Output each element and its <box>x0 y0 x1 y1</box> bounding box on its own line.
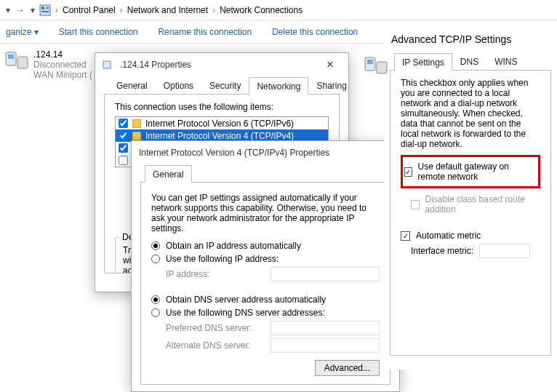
start-connection-button[interactable]: Start this connection <box>59 27 138 37</box>
svg-rect-11 <box>367 60 373 64</box>
tab-dns[interactable]: DNS <box>452 52 486 70</box>
props-tabs: General Options Security Networking Shar… <box>104 76 340 95</box>
uses-items-label: This connection uses the following items… <box>115 102 329 112</box>
highlight-box: Use default gateway on remote network <box>401 155 540 188</box>
advanced-tcpip-dialog: Advanced TCP/IP Settings IP Settings DNS… <box>384 28 557 369</box>
default-gateway-label: Use default gateway on remote network <box>418 161 537 182</box>
nic-icon <box>4 49 29 71</box>
nav-history-dropdown[interactable]: ▾ <box>29 5 36 15</box>
automatic-metric-checkbox[interactable] <box>401 231 410 241</box>
protocol-icon <box>132 132 141 140</box>
svg-rect-1 <box>41 7 44 9</box>
adapter-status: Disconnected <box>33 60 97 70</box>
advanced-button[interactable]: Advanced... <box>315 360 380 376</box>
disable-class-route-checkbox <box>411 200 420 209</box>
crumb-control-panel[interactable]: Control Panel <box>63 5 116 15</box>
svg-rect-2 <box>46 7 49 9</box>
radio-icon[interactable] <box>151 308 160 317</box>
tab-general[interactable]: General <box>108 76 156 94</box>
delete-connection-button[interactable]: Delete this connection <box>272 27 358 37</box>
svg-rect-8 <box>132 119 141 128</box>
dialog-title: Advanced TCP/IP Settings <box>384 28 557 52</box>
dialog-title: Internet Protocol Version 4 (TCP/IPv4) P… <box>139 148 392 158</box>
control-panel-icon <box>39 4 51 16</box>
tab-options[interactable]: Options <box>156 76 201 94</box>
default-gateway-checkbox[interactable] <box>404 167 412 177</box>
close-icon[interactable]: × <box>319 58 341 71</box>
pref-dns-field <box>271 321 380 335</box>
tab-security[interactable]: Security <box>201 76 249 94</box>
list-item[interactable]: Internet Protocol Version 6 (TCP/IPv6) <box>116 117 328 129</box>
crumb-network-connections[interactable]: Network Connections <box>220 5 302 15</box>
radio-icon[interactable] <box>151 241 160 250</box>
disable-class-route-label: Disable class based route addition <box>425 194 540 215</box>
nav-back-dropdown[interactable]: ▾ <box>4 5 12 15</box>
item-checkbox[interactable] <box>119 119 128 128</box>
item-checkbox[interactable] <box>119 156 128 165</box>
use-dns-row[interactable]: Use the following DNS server addresses: <box>151 308 380 318</box>
svg-rect-7 <box>103 61 111 68</box>
tab-wins[interactable]: WINS <box>486 52 525 70</box>
use-dns-label: Use the following DNS server addresses: <box>166 308 325 318</box>
obtain-ip-auto-label: Obtain an IP address automatically <box>166 241 301 251</box>
separator-icon: › <box>119 5 124 15</box>
item-checkbox[interactable] <box>119 131 128 140</box>
pref-dns-label: Preferred DNS server: <box>166 323 265 333</box>
rename-connection-button[interactable]: Rename this connection <box>158 27 252 37</box>
interface-metric-field <box>479 244 530 258</box>
obtain-dns-auto-label: Obtain DNS server address automatically <box>166 295 326 305</box>
tab-general[interactable]: General <box>145 165 192 183</box>
obtain-dns-auto-row[interactable]: Obtain DNS server address automatically <box>151 295 380 305</box>
separator-icon: › <box>54 5 60 15</box>
nic-small-icon <box>103 59 114 71</box>
tab-ip-settings[interactable]: IP Settings <box>394 53 452 71</box>
protocol-icon <box>132 119 141 128</box>
adapter-item[interactable]: .124.14 Disconnected WAN Miniport ( <box>4 49 97 80</box>
ipv4-properties-dialog: Internet Protocol Version 4 (TCP/IPv4) P… <box>131 140 400 392</box>
svg-rect-9 <box>132 132 141 140</box>
use-ip-row[interactable]: Use the following IP address: <box>151 254 380 264</box>
item-label: Internet Protocol Version 4 (TCP/IPv4) <box>145 131 294 141</box>
separator-icon: › <box>211 5 217 15</box>
ip-address-field <box>271 267 380 281</box>
alt-dns-field <box>271 338 380 353</box>
organize-label: ganize <box>6 27 31 37</box>
obtain-ip-auto-row[interactable]: Obtain an IP address automatically <box>151 241 380 251</box>
tab-networking[interactable]: Networking <box>249 77 308 95</box>
advanced-intro-text: This checkbox only applies when you are … <box>401 78 540 149</box>
ip-address-label: IP address: <box>166 269 265 279</box>
adapter-device: WAN Miniport ( <box>33 70 97 80</box>
svg-rect-6 <box>17 57 28 68</box>
radio-icon[interactable] <box>151 255 160 263</box>
tab-sharing[interactable]: Sharing <box>308 76 354 94</box>
svg-rect-12 <box>377 62 387 73</box>
radio-icon[interactable] <box>151 295 160 304</box>
svg-rect-3 <box>41 11 49 12</box>
nic-icon <box>364 55 388 76</box>
automatic-metric-label: Automatic metric <box>416 231 481 241</box>
crumb-network-internet[interactable]: Network and Internet <box>127 5 208 15</box>
nav-forward[interactable]: → <box>15 5 26 15</box>
dialog-title: .124.14 Properties <box>120 60 313 70</box>
item-label: Internet Protocol Version 6 (TCP/IPv6) <box>145 119 294 129</box>
organize-menu[interactable]: ganize ▾ <box>6 27 39 37</box>
svg-rect-5 <box>8 55 14 59</box>
use-ip-label: Use the following IP address: <box>166 254 278 264</box>
alt-dns-label: Alternate DNS server: <box>166 340 265 351</box>
breadcrumb: ▾ → ▾ › Control Panel › Network and Inte… <box>0 0 557 20</box>
ipv4-intro-text: You can get IP settings assigned automat… <box>151 193 380 233</box>
adapter-name: .124.14 <box>33 49 97 60</box>
interface-metric-label: Interface metric: <box>411 246 473 256</box>
item-checkbox[interactable] <box>119 143 128 153</box>
